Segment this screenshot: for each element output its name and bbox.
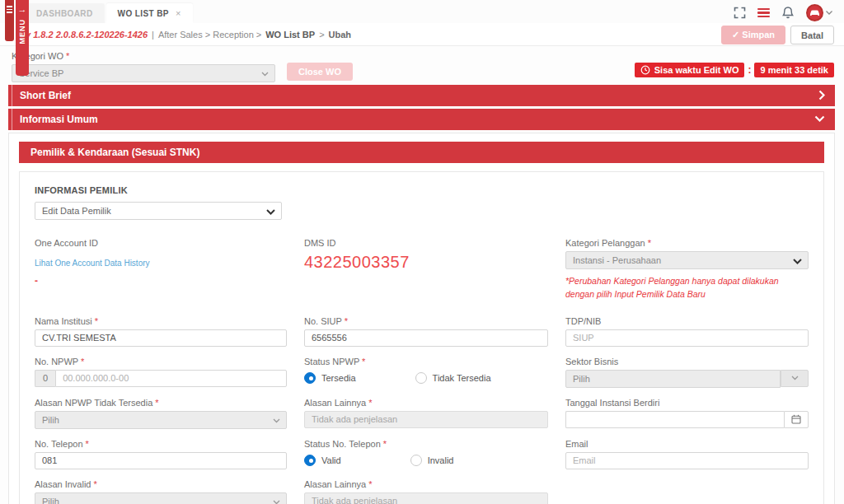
tdp-nib-input[interactable]: [565, 329, 809, 347]
fullscreen-icon[interactable]: [734, 7, 746, 19]
npwp-prefix: 0: [35, 370, 55, 387]
informasi-umum-title: Informasi Umum: [20, 114, 98, 125]
breadcrumb-page: Ubah: [329, 30, 352, 40]
dms-id-field: DMS ID 43225003357: [304, 238, 548, 301]
email-field: Email: [565, 439, 809, 469]
radio-invalid[interactable]: Invalid: [410, 455, 454, 466]
side-menu-toggle[interactable]: → MENU: [5, 0, 29, 76]
tab-wo-list-bp[interactable]: WO LIST BP ×: [106, 3, 193, 23]
chevron-down-icon: [814, 115, 825, 122]
tdp-nib-label: TDP/NIB: [565, 316, 809, 326]
status-npwp-field: Status NPWP * Tersedia Tidak Tersedia: [304, 357, 548, 388]
no-npwp-input[interactable]: [55, 370, 287, 387]
hamburger-icon[interactable]: [5, 0, 14, 41]
alasan-invalid-select[interactable]: Pilih: [35, 492, 287, 504]
breadcrumb-bar: v 1.8.2 2.0.8.6.2-120226-1426 | After Sa…: [0, 23, 844, 46]
timer-colon: :: [748, 64, 751, 76]
save-button[interactable]: ✓ Simpan: [721, 26, 785, 44]
data-mode-select[interactable]: Edit Data Pemilik: [35, 202, 282, 220]
nama-institusi-field: Nama Institusi *: [35, 316, 287, 347]
tab-wo-list-bp-label: WO LIST BP: [118, 9, 169, 18]
no-siup-input[interactable]: [304, 329, 548, 347]
avatar-car-icon: [806, 4, 823, 21]
chevron-down-icon: [266, 209, 275, 215]
tdp-nib-field: TDP/NIB: [565, 316, 809, 347]
breadcrumb-path: After Sales > Reception >: [158, 30, 261, 40]
chevron-down-icon: [261, 72, 269, 77]
radio-button-icon[interactable]: [410, 455, 422, 466]
sektor-bisnis-label: Sektor Bisnis: [565, 357, 809, 366]
radio-button-icon[interactable]: [415, 372, 427, 384]
user-menu[interactable]: [806, 4, 832, 21]
kategori-pelanggan-note: *Perubahan Kategori Pelanggan hanya dapa…: [565, 275, 809, 301]
breadcrumb-current[interactable]: WO List BP: [265, 30, 315, 40]
kategori-wo-select[interactable]: Service BP: [12, 64, 275, 82]
accordion-informasi-umum[interactable]: Informasi Umum: [8, 109, 835, 130]
calendar-icon[interactable]: [784, 411, 809, 428]
edit-wo-timer: Sisa waktu Edit WO : 9 menit 33 detik: [635, 63, 834, 77]
one-account-id-value: -: [35, 275, 287, 287]
breadcrumb: v 1.8.2 2.0.8.6.2-120226-1426 | After Sa…: [26, 30, 351, 40]
breadcrumb-separator: |: [152, 30, 154, 40]
tab-dashboard-label: DASHBOARD: [36, 9, 93, 18]
tab-bar: DASHBOARD WO LIST BP ×: [25, 3, 195, 23]
kategori-pelanggan-select[interactable]: Instansi - Perusahaan: [565, 251, 809, 269]
sektor-bisnis-field: Sektor Bisnis Pilih: [565, 357, 809, 388]
chevron-down-icon: [273, 500, 280, 504]
alasan-npwp-field: Alasan NPWP Tidak Tersedia * Pilih: [35, 398, 287, 429]
short-brief-title: Short Brief: [20, 90, 71, 101]
check-icon: ✓: [732, 30, 742, 40]
tab-close-icon[interactable]: ×: [176, 8, 181, 18]
chevron-down-icon: [793, 259, 802, 264]
email-input[interactable]: [565, 452, 809, 469]
alasan-npwp-select[interactable]: Pilih: [35, 411, 287, 429]
no-siup-field: No. SIUP *: [304, 316, 548, 347]
bell-icon[interactable]: [781, 6, 795, 20]
cancel-button[interactable]: Batal: [790, 26, 834, 44]
breadcrumb-divider: >: [319, 30, 324, 40]
accordion-short-brief[interactable]: Short Brief: [8, 85, 835, 106]
timer-value-badge: 9 menit 33 detik: [754, 63, 834, 77]
tanggal-berdiri-input[interactable]: [565, 411, 784, 428]
close-wo-button[interactable]: Close WO: [287, 63, 353, 81]
sektor-bisnis-select[interactable]: Pilih: [565, 370, 781, 388]
alasan-lainnya-telepon-field: Alasan Lainnya *: [304, 479, 548, 504]
dms-id-value: 43225003357: [304, 253, 548, 272]
arrow-right-icon: →: [18, 5, 27, 14]
radio-valid[interactable]: Valid: [304, 455, 341, 466]
no-telepon-input[interactable]: [35, 452, 287, 469]
radio-button-icon[interactable]: [304, 372, 316, 384]
informasi-umum-panel: Pemilik & Kendaraan (Sesuai STNK) INFORM…: [8, 133, 835, 504]
timer-label-badge: Sisa waktu Edit WO: [635, 63, 745, 77]
tanggal-berdiri-label: Tanggal Instansi Berdiri: [565, 398, 809, 408]
radio-button-icon[interactable]: [304, 455, 316, 466]
informasi-pemilik-title: INFORMASI PEMILIK: [35, 185, 809, 195]
one-account-id-label: One Account ID: [35, 238, 287, 248]
tanggal-berdiri-field: Tanggal Instansi Berdiri: [565, 398, 809, 429]
nama-institusi-input[interactable]: [35, 329, 287, 347]
one-account-history-link[interactable]: Lihat One Account Data History: [35, 259, 150, 268]
email-label: Email: [565, 439, 809, 449]
tab-dashboard[interactable]: DASHBOARD: [25, 3, 105, 23]
chevron-down-icon[interactable]: [781, 370, 809, 387]
kategori-wo-label: Kategori WO *: [12, 51, 275, 61]
clock-icon: [640, 65, 650, 75]
status-telepon-field: Status No. Telepon * Valid Invalid: [304, 439, 548, 469]
app-version: v 1.8.2 2.0.8.6.2-120226-1426: [26, 30, 148, 40]
chevron-down-icon: [273, 418, 280, 423]
menu-label: MENU: [18, 19, 26, 44]
menu-tab[interactable]: → MENU: [16, 0, 29, 76]
kategori-pelanggan-label: Kategori Pelanggan *: [565, 238, 809, 248]
radio-tersedia[interactable]: Tersedia: [304, 372, 356, 384]
dms-id-label: DMS ID: [304, 238, 548, 248]
radio-tidak-tersedia[interactable]: Tidak Tersedia: [415, 372, 491, 384]
no-npwp-field: No. NPWP * 0: [35, 357, 287, 388]
alasan-lainnya-npwp-input: [304, 411, 548, 428]
apps-menu-icon[interactable]: [757, 7, 770, 20]
alasan-invalid-field: Alasan Invalid * Pilih: [35, 479, 287, 504]
alasan-lainnya-npwp-field: Alasan Lainnya *: [304, 398, 548, 429]
pemilik-kendaraan-header[interactable]: Pemilik & Kendaraan (Sesuai STNK): [19, 142, 824, 163]
kategori-pelanggan-field: Kategori Pelanggan * Instansi - Perusaha…: [565, 238, 809, 301]
chevron-right-icon: [818, 90, 825, 100]
alasan-lainnya-telepon-input: [304, 492, 548, 504]
